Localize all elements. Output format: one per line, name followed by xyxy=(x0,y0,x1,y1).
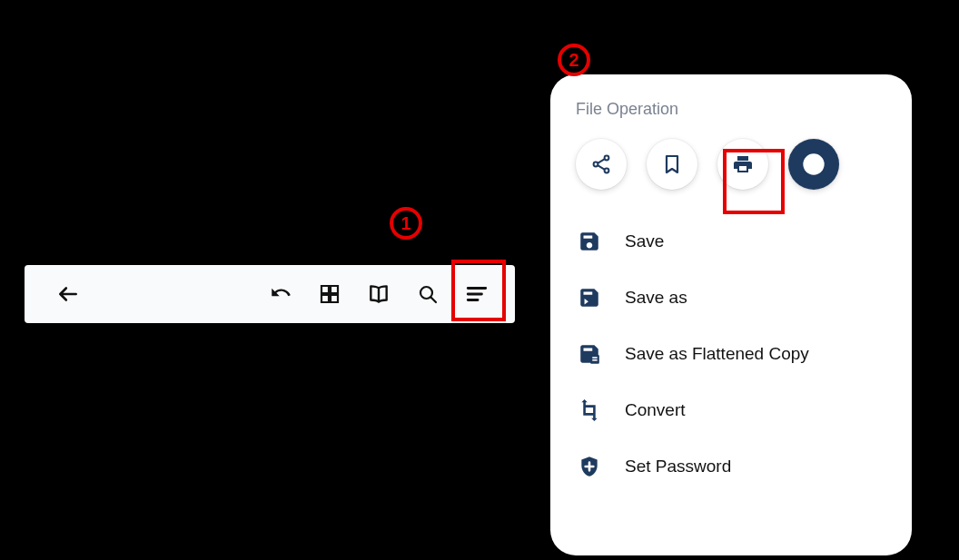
grid-view-button[interactable] xyxy=(308,272,351,316)
bookmark-button[interactable] xyxy=(647,139,697,190)
undo-icon xyxy=(269,282,292,306)
back-button[interactable] xyxy=(46,272,90,316)
search-icon xyxy=(417,283,439,305)
svg-rect-5 xyxy=(813,162,815,170)
svg-rect-9 xyxy=(592,359,597,361)
menu-item-label: Save as Flattened Copy xyxy=(625,344,809,364)
undo-button[interactable] xyxy=(259,272,302,316)
panel-title: File Operation xyxy=(576,100,886,119)
menu-item-label: Set Password xyxy=(625,457,731,476)
callout-number: 1 xyxy=(400,213,410,234)
file-operation-panel: File Operation Save Save as xyxy=(550,74,912,555)
highlight-box-print xyxy=(723,149,785,214)
save-icon xyxy=(576,230,603,253)
callout-number: 2 xyxy=(568,50,578,71)
book-open-icon xyxy=(367,282,391,306)
search-button[interactable] xyxy=(406,272,450,316)
menu-item-label: Save as xyxy=(625,288,687,308)
highlight-box-menu xyxy=(451,260,506,321)
svg-rect-8 xyxy=(592,357,597,359)
grid-icon xyxy=(319,283,341,305)
info-icon xyxy=(801,152,826,177)
menu-item-label: Convert xyxy=(625,400,686,420)
svg-point-3 xyxy=(605,169,609,173)
menu-item-save-as[interactable]: Save as xyxy=(576,270,886,326)
share-icon xyxy=(590,153,612,175)
menu-item-save-flattened[interactable]: Save as Flattened Copy xyxy=(576,326,886,382)
svg-rect-6 xyxy=(813,158,815,161)
menu-item-set-password[interactable]: Set Password xyxy=(576,438,886,495)
menu-item-label: Save xyxy=(625,231,664,251)
svg-point-2 xyxy=(594,162,598,167)
callout-badge-2: 2 xyxy=(558,44,590,76)
convert-icon xyxy=(576,398,603,422)
menu-item-convert[interactable]: Convert xyxy=(576,382,886,438)
svg-point-1 xyxy=(605,156,609,161)
shield-plus-icon xyxy=(576,455,603,478)
info-button[interactable] xyxy=(788,139,839,190)
save-flattened-icon xyxy=(576,342,603,366)
arrow-left-icon xyxy=(56,282,80,306)
save-as-icon xyxy=(576,286,603,309)
callout-badge-1: 1 xyxy=(390,207,422,240)
toolbar xyxy=(25,265,515,323)
menu-list: Save Save as Save as Flattened Copy Conv… xyxy=(576,213,886,495)
read-mode-button[interactable] xyxy=(357,272,400,316)
menu-item-save[interactable]: Save xyxy=(576,213,886,270)
bookmark-icon xyxy=(661,153,683,175)
share-button[interactable] xyxy=(576,139,627,190)
